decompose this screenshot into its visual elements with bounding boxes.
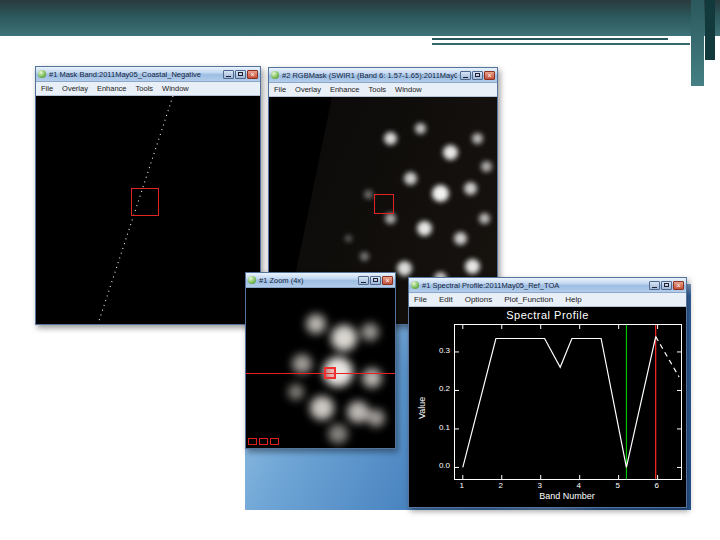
menu-overlay[interactable]: Overlay bbox=[62, 84, 88, 93]
menu-enhance[interactable]: Enhance bbox=[97, 84, 127, 93]
menu-window[interactable]: Window bbox=[162, 84, 189, 93]
maximize-button[interactable] bbox=[472, 71, 483, 80]
titlebar[interactable]: #1 Spectral Profile:2011May05_Ref_TOA bbox=[409, 278, 686, 293]
zoom-selection-box[interactable] bbox=[374, 194, 394, 214]
x-tick-label: 4 bbox=[574, 481, 584, 490]
maximize-button[interactable] bbox=[235, 70, 246, 79]
minimize-button[interactable] bbox=[649, 281, 660, 290]
zoom-selection-box[interactable] bbox=[131, 188, 159, 216]
envi-app-icon bbox=[411, 281, 419, 289]
slide-header-bar bbox=[0, 0, 720, 36]
menu-enhance[interactable]: Enhance bbox=[330, 85, 360, 94]
plot-box bbox=[454, 324, 682, 480]
close-button[interactable] bbox=[484, 71, 495, 80]
y-tick-label: 0.0 bbox=[426, 461, 450, 470]
menu-overlay[interactable]: Overlay bbox=[295, 85, 321, 94]
menu-help[interactable]: Help bbox=[565, 295, 581, 304]
y-tick-label: 0.2 bbox=[426, 384, 450, 393]
close-button[interactable] bbox=[247, 70, 258, 79]
menu-file[interactable]: File bbox=[414, 295, 427, 304]
envi-app-icon bbox=[271, 71, 279, 79]
crosshair-box[interactable] bbox=[324, 367, 336, 379]
zoom-image-canvas[interactable] bbox=[246, 288, 395, 448]
menu-window[interactable]: Window bbox=[395, 85, 422, 94]
y-axis-label: Value bbox=[417, 397, 427, 419]
minimize-button[interactable] bbox=[460, 71, 471, 80]
menu-tools[interactable]: Tools bbox=[369, 85, 387, 94]
envi-app-icon bbox=[248, 276, 256, 284]
crosshair-toggle-control[interactable] bbox=[270, 438, 279, 445]
titlebar[interactable]: #1 Zoom (4x) bbox=[246, 273, 395, 288]
slide-canvas: #1 Mask Band:2011May05_Coastal_Negative … bbox=[0, 0, 720, 540]
x-tick-label: 2 bbox=[496, 481, 506, 490]
x-axis-label: Band Number bbox=[454, 491, 680, 501]
y-tick-label: 0.1 bbox=[426, 423, 450, 432]
minimize-button[interactable] bbox=[358, 276, 369, 285]
menu-plot-function[interactable]: Plot_Function bbox=[504, 295, 553, 304]
x-tick-label: 6 bbox=[652, 481, 662, 490]
zoom-out-control[interactable] bbox=[248, 438, 257, 445]
chart-title: Spectral Profile bbox=[409, 309, 686, 321]
window-title: #1 Mask Band:2011May05_Coastal_Negative bbox=[49, 70, 220, 79]
menu-bar: File Overlay Enhance Tools Window bbox=[36, 82, 260, 96]
close-button[interactable] bbox=[382, 276, 393, 285]
close-button[interactable] bbox=[673, 281, 684, 290]
zoom-window: #1 Zoom (4x) bbox=[245, 272, 396, 449]
spectral-plot-area[interactable]: Spectral Profile Value Band Number 12345… bbox=[409, 307, 686, 507]
cloud-field bbox=[269, 97, 276, 104]
zoom-in-control[interactable] bbox=[259, 438, 268, 445]
x-tick-label: 1 bbox=[457, 481, 467, 490]
menu-tools[interactable]: Tools bbox=[136, 84, 154, 93]
x-tick-label: 3 bbox=[535, 481, 545, 490]
y-tick-label: 0.3 bbox=[426, 346, 450, 355]
menu-bar: File Edit Options Plot_Function Help bbox=[409, 293, 686, 307]
spectrum-extrapolated-dashed bbox=[656, 337, 679, 377]
crosshair-horizontal-line bbox=[246, 373, 395, 374]
zoom-controls bbox=[248, 438, 279, 445]
menu-edit[interactable]: Edit bbox=[439, 295, 453, 304]
mask-band-window: #1 Mask Band:2011May05_Coastal_Negative … bbox=[35, 66, 261, 325]
menu-file[interactable]: File bbox=[41, 84, 53, 93]
header-accent-line-2 bbox=[432, 43, 690, 45]
header-accent-line-1 bbox=[432, 38, 668, 40]
window-title: #2 RGBMask (SWIR1 (Band 6: 1.57-1.65):20… bbox=[282, 71, 457, 80]
spectral-profile-window: #1 Spectral Profile:2011May05_Ref_TOA Fi… bbox=[408, 277, 687, 508]
maximize-button[interactable] bbox=[370, 276, 381, 285]
titlebar[interactable]: #1 Mask Band:2011May05_Coastal_Negative bbox=[36, 67, 260, 82]
window-title: #1 Zoom (4x) bbox=[259, 276, 355, 285]
window-title: #1 Spectral Profile:2011May05_Ref_TOA bbox=[422, 281, 646, 290]
envi-app-icon bbox=[38, 70, 46, 78]
menu-options[interactable]: Options bbox=[465, 295, 493, 304]
zoomed-cloud-field bbox=[246, 288, 258, 300]
x-tick-label: 5 bbox=[613, 481, 623, 490]
header-stripe-teal bbox=[691, 0, 704, 86]
menu-file[interactable]: File bbox=[274, 85, 286, 94]
minimize-button[interactable] bbox=[223, 70, 234, 79]
mask-image-canvas[interactable] bbox=[36, 96, 260, 324]
spectral-profile-chart bbox=[455, 325, 681, 479]
titlebar[interactable]: #2 RGBMask (SWIR1 (Band 6: 1.57-1.65):20… bbox=[269, 68, 497, 83]
menu-bar: File Overlay Enhance Tools Window bbox=[269, 83, 497, 97]
header-stripe-dark bbox=[705, 0, 715, 60]
maximize-button[interactable] bbox=[661, 281, 672, 290]
